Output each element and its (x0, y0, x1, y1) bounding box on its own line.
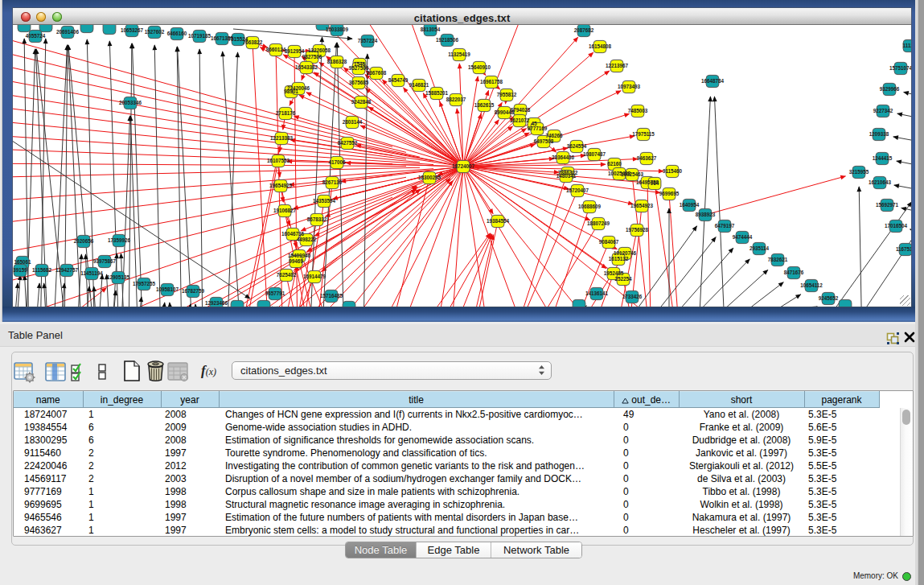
svg-text:18807249: 18807249 (587, 220, 610, 226)
svg-text:746266: 746266 (545, 133, 563, 138)
svg-text:16154808: 16154808 (589, 43, 612, 49)
svg-text:8678332: 8678332 (307, 216, 327, 222)
svg-text:6479197: 6479197 (715, 223, 735, 229)
svg-text:19654925: 19654925 (269, 183, 293, 188)
svg-text:9463627: 9463627 (637, 155, 657, 161)
svg-text:3215955: 3215955 (849, 169, 869, 175)
svg-text:6794028: 6794028 (511, 107, 531, 113)
svg-text:12923466: 12923466 (205, 300, 228, 306)
svg-text:15409946: 15409946 (288, 253, 311, 258)
svg-text:3675685: 3675685 (349, 80, 369, 85)
svg-text:2087682: 2087682 (574, 27, 594, 33)
svg-text:12213383: 12213383 (270, 135, 294, 141)
svg-text:14353594: 14353594 (313, 198, 336, 204)
svg-text:15751074: 15751074 (889, 65, 911, 71)
svg-text:9227342: 9227342 (873, 108, 893, 113)
svg-text:2718176: 2718176 (276, 110, 296, 116)
svg-text:8938923: 8938923 (696, 212, 716, 217)
svg-text:16107553: 16107553 (267, 158, 290, 163)
svg-text:9777169: 9777169 (528, 126, 548, 131)
svg-text:2020656: 2020656 (74, 238, 94, 244)
svg-text:10973493: 10973493 (618, 84, 641, 89)
svg-text:14136141: 14136141 (585, 290, 609, 296)
svg-text:8427552: 8427552 (338, 140, 358, 146)
svg-text:1244415: 1244415 (873, 155, 893, 161)
svg-text:16033809: 16033809 (326, 27, 349, 32)
svg-text:10653267: 10653267 (121, 27, 144, 33)
svg-text:15692971: 15692971 (876, 202, 899, 208)
svg-text:6497508: 6497508 (534, 138, 554, 144)
svg-text:9827506: 9827506 (302, 54, 322, 60)
svg-text:9146821: 9146821 (409, 82, 429, 88)
svg-text:20053346: 20053346 (119, 100, 142, 105)
svg-text:2803144: 2803144 (343, 119, 363, 125)
svg-text:1209338: 1209338 (869, 131, 889, 137)
svg-text:20364436: 20364436 (552, 154, 575, 160)
svg-text:9115460: 9115460 (663, 168, 683, 174)
svg-text:1615132: 1615132 (609, 256, 629, 262)
svg-text:8813054: 8813054 (421, 27, 441, 32)
svg-text:9657791: 9657791 (265, 290, 285, 296)
svg-text:8660124: 8660124 (266, 47, 286, 52)
svg-text:9699695: 9699695 (659, 191, 680, 196)
svg-text:12905135: 12905135 (107, 274, 130, 280)
svg-text:9474444: 9474444 (733, 234, 753, 240)
svg-text:10688609: 10688609 (578, 204, 602, 209)
svg-text:10958107: 10958107 (156, 286, 179, 292)
svg-text:6466160: 6466160 (167, 31, 187, 36)
svg-text:7625402: 7625402 (277, 272, 297, 278)
svg-text:1167533: 1167533 (896, 246, 911, 252)
svg-text:17957255: 17957255 (133, 281, 156, 286)
svg-text:15716485: 15716485 (320, 293, 343, 299)
svg-text:1640954: 1640954 (680, 202, 700, 208)
svg-text:165061: 165061 (14, 259, 31, 265)
svg-text:16914479: 16914479 (303, 274, 326, 279)
svg-text:2367608: 2367608 (367, 70, 387, 76)
svg-text:9245652: 9245652 (819, 295, 839, 301)
svg-text:9242848: 9242848 (351, 99, 372, 105)
svg-text:10654112: 10654112 (800, 282, 823, 288)
svg-text:15720407: 15720407 (566, 187, 589, 193)
svg-text:7955812: 7955812 (497, 92, 517, 97)
svg-text:16210643: 16210643 (869, 179, 892, 185)
svg-text:15885201: 15885201 (425, 90, 449, 96)
svg-text:16046736: 16046736 (281, 231, 305, 237)
svg-text:19106827: 19106827 (273, 208, 297, 213)
svg-text:4498222: 4498222 (297, 237, 317, 242)
svg-text:9084067: 9084067 (599, 239, 619, 245)
svg-text:4055724: 4055724 (26, 33, 46, 39)
svg-text:417006: 417006 (328, 159, 346, 165)
svg-text:2935114: 2935114 (749, 245, 770, 251)
svg-text:3624554: 3624554 (567, 143, 587, 149)
svg-text:99469: 99469 (289, 258, 303, 264)
svg-text:16961758: 16961758 (480, 79, 503, 84)
svg-text:93975867: 93975867 (93, 258, 117, 264)
svg-text:16648784: 16648784 (701, 78, 725, 84)
svg-text:19384554: 19384554 (487, 218, 510, 224)
svg-text:9329966: 9329966 (880, 86, 900, 92)
svg-text:10120746: 10120746 (614, 250, 637, 256)
svg-text:8454749: 8454749 (388, 77, 409, 83)
svg-text:1621072: 1621072 (510, 117, 530, 123)
svg-text:18724007: 18724007 (452, 163, 475, 169)
svg-text:16782759: 16782759 (182, 288, 205, 294)
svg-text:17359926: 17359926 (108, 237, 131, 243)
svg-text:8267130: 8267130 (322, 179, 343, 185)
svg-text:252254: 252254 (614, 276, 632, 282)
svg-text:8471676: 8471676 (784, 270, 804, 275)
svg-text:11124: 11124 (903, 43, 911, 48)
svg-text:964: 964 (651, 180, 659, 186)
svg-text:19218506: 19218506 (436, 37, 459, 43)
svg-text:39159: 39159 (13, 267, 27, 273)
svg-text:16543382: 16543382 (295, 64, 318, 70)
svg-text:17016504: 17016504 (885, 223, 908, 229)
svg-text:1480341: 1480341 (556, 173, 577, 179)
svg-text:13226058: 13226058 (308, 47, 331, 53)
svg-text:7832621: 7832621 (768, 257, 788, 262)
svg-text:1952485: 1952485 (604, 270, 624, 276)
svg-text:10025463: 10025463 (621, 171, 644, 177)
svg-text:11451194: 11451194 (80, 270, 103, 276)
svg-text:11325419: 11325419 (448, 51, 470, 57)
svg-text:8822037: 8822037 (446, 97, 466, 102)
svg-text:62160: 62160 (607, 161, 622, 167)
